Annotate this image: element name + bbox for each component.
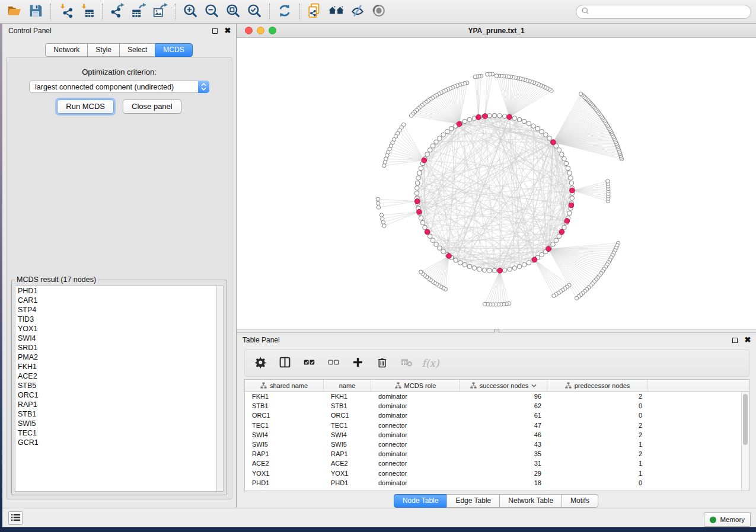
- mcds-result-item[interactable]: STB1: [15, 409, 223, 419]
- cell-MCDS-role[interactable]: dominator: [371, 430, 460, 440]
- export-table-button[interactable]: [129, 2, 149, 21]
- refresh-button[interactable]: [275, 2, 295, 21]
- delete-column-button[interactable]: [375, 356, 389, 370]
- cell-shared-name[interactable]: TEC1: [245, 421, 324, 430]
- cell-shared-name[interactable]: SWI4: [245, 430, 324, 440]
- network-view[interactable]: [237, 38, 756, 329]
- cell-shared-name[interactable]: ACE2: [245, 459, 324, 468]
- cell-MCDS-role[interactable]: connector: [371, 440, 460, 449]
- mcds-result-item[interactable]: RAP1: [15, 400, 223, 409]
- run-mcds-button[interactable]: Run MCDS: [57, 100, 114, 114]
- cell-predecessor-nodes[interactable]: 0: [547, 478, 648, 488]
- save-button[interactable]: [25, 2, 46, 21]
- cell-successor-nodes[interactable]: 96: [460, 392, 547, 401]
- mcds-result-item[interactable]: GCR1: [15, 438, 223, 447]
- memory-button[interactable]: Memory: [704, 512, 751, 527]
- mcds-result-item[interactable]: STP4: [15, 305, 223, 315]
- mcds-result-item[interactable]: FKH1: [15, 362, 223, 371]
- cell-predecessor-nodes[interactable]: 1: [547, 459, 648, 468]
- network-window-titlebar[interactable]: YPA_prune.txt_1: [237, 24, 756, 38]
- cell-shared-name[interactable]: YOX1: [245, 469, 324, 478]
- tab-mcds[interactable]: MCDS: [155, 43, 192, 57]
- table-row[interactable]: SWI4SWI4dominator462: [245, 430, 749, 440]
- close-panel-icon[interactable]: ✖: [223, 27, 232, 35]
- mcds-result-item[interactable]: ORC1: [15, 390, 223, 400]
- mcds-result-item[interactable]: PMA2: [15, 352, 223, 362]
- cell-successor-nodes[interactable]: 61: [460, 411, 547, 420]
- mcds-result-item[interactable]: TEC1: [15, 428, 223, 438]
- search-input[interactable]: [590, 7, 751, 17]
- mcds-result-item[interactable]: SWI5: [15, 419, 223, 428]
- table-scrollbar[interactable]: [741, 392, 749, 491]
- cell-name[interactable]: RAP1: [324, 449, 371, 459]
- cell-name[interactable]: STB1: [324, 401, 371, 411]
- cell-MCDS-role[interactable]: dominator: [371, 449, 460, 459]
- window-zoom-traffic-icon[interactable]: [269, 27, 276, 34]
- table-row[interactable]: ORC1ORC1dominator610: [245, 411, 749, 420]
- cell-predecessor-nodes[interactable]: 2: [547, 449, 648, 459]
- table-options-gear-button[interactable]: [253, 356, 267, 370]
- cell-MCDS-role[interactable]: dominator: [371, 411, 460, 420]
- add-column-button[interactable]: [350, 356, 365, 370]
- home-button[interactable]: [326, 2, 346, 21]
- column-header-name[interactable]: name: [324, 380, 371, 391]
- cell-successor-nodes[interactable]: 35: [460, 449, 547, 459]
- mcds-result-item[interactable]: ACE2: [15, 371, 223, 381]
- cell-name[interactable]: YOX1: [324, 469, 371, 478]
- cell-shared-name[interactable]: STB1: [245, 401, 324, 411]
- cell-name[interactable]: SWI5: [324, 440, 371, 449]
- cell-shared-name[interactable]: PHD1: [245, 478, 324, 488]
- cell-predecessor-nodes[interactable]: 0: [547, 401, 648, 411]
- cell-MCDS-role[interactable]: connector: [371, 421, 460, 430]
- table-row[interactable]: RAP1RAP1dominator352: [245, 449, 749, 459]
- tab-style[interactable]: Style: [87, 43, 120, 57]
- column-header-shared-name[interactable]: shared name: [245, 380, 324, 391]
- cell-predecessor-nodes[interactable]: 0: [547, 411, 648, 420]
- cell-MCDS-role[interactable]: connector: [371, 459, 460, 468]
- table-row[interactable]: PHD1PHD1dominator180: [245, 478, 749, 488]
- tab-network-table[interactable]: Network Table: [499, 494, 562, 508]
- tab-select[interactable]: Select: [119, 43, 155, 57]
- cell-shared-name[interactable]: FKH1: [245, 392, 324, 401]
- cell-successor-nodes[interactable]: 62: [460, 401, 547, 411]
- tab-network[interactable]: Network: [45, 43, 88, 57]
- close-panel-button[interactable]: Close panel: [123, 100, 181, 114]
- import-table-button[interactable]: [77, 2, 97, 21]
- mcds-result-item[interactable]: SRD1: [15, 343, 223, 352]
- tab-motifs[interactable]: Motifs: [562, 494, 598, 508]
- cell-name[interactable]: PHD1: [324, 478, 371, 488]
- mcds-result-item[interactable]: TID3: [15, 315, 223, 324]
- cell-successor-nodes[interactable]: 43: [460, 440, 547, 449]
- cell-predecessor-nodes[interactable]: 2: [547, 430, 648, 440]
- mcds-result-list[interactable]: PHD1CAR1STP4TID3YOX1SWI4SRD1PMA2FKH1ACE2…: [15, 286, 224, 492]
- open-button[interactable]: [4, 2, 24, 21]
- table-float-panel-icon[interactable]: [730, 336, 739, 344]
- cell-shared-name[interactable]: RAP1: [245, 449, 324, 459]
- tab-edge-table[interactable]: Edge Table: [446, 494, 500, 508]
- float-panel-icon[interactable]: [210, 27, 219, 35]
- cell-name[interactable]: SWI4: [324, 430, 371, 440]
- select-all-button[interactable]: [302, 356, 316, 370]
- hide-panel-button[interactable]: [347, 2, 368, 21]
- table-row[interactable]: SWI5SWI5connector431: [245, 440, 749, 449]
- cell-name[interactable]: ACE2: [324, 459, 371, 468]
- network-file-button[interactable]: [305, 2, 325, 21]
- export-image-button[interactable]: [150, 2, 170, 21]
- mcds-result-item[interactable]: PHD1: [15, 286, 223, 296]
- window-minimize-traffic-icon[interactable]: [257, 27, 264, 34]
- mcds-result-item[interactable]: SWI4: [15, 334, 223, 343]
- mcds-list-scrollbar[interactable]: [216, 286, 223, 491]
- column-header-MCDS-role[interactable]: MCDS role: [371, 380, 460, 391]
- zoom-selected-button[interactable]: [244, 2, 264, 21]
- mcds-result-item[interactable]: YOX1: [15, 324, 223, 334]
- table-close-panel-icon[interactable]: ✖: [743, 336, 752, 344]
- cell-shared-name[interactable]: ORC1: [245, 411, 324, 420]
- task-history-button[interactable]: [8, 511, 23, 525]
- cell-successor-nodes[interactable]: 29: [460, 469, 547, 478]
- cell-MCDS-role[interactable]: dominator: [371, 392, 460, 401]
- cell-name[interactable]: ORC1: [324, 411, 371, 420]
- table-row[interactable]: TEC1TEC1connector472: [245, 421, 749, 430]
- column-header-predecessor-nodes[interactable]: predecessor nodes: [547, 380, 648, 391]
- table-scrollbar-thumb[interactable]: [743, 394, 748, 445]
- cell-predecessor-nodes[interactable]: 2: [547, 392, 648, 401]
